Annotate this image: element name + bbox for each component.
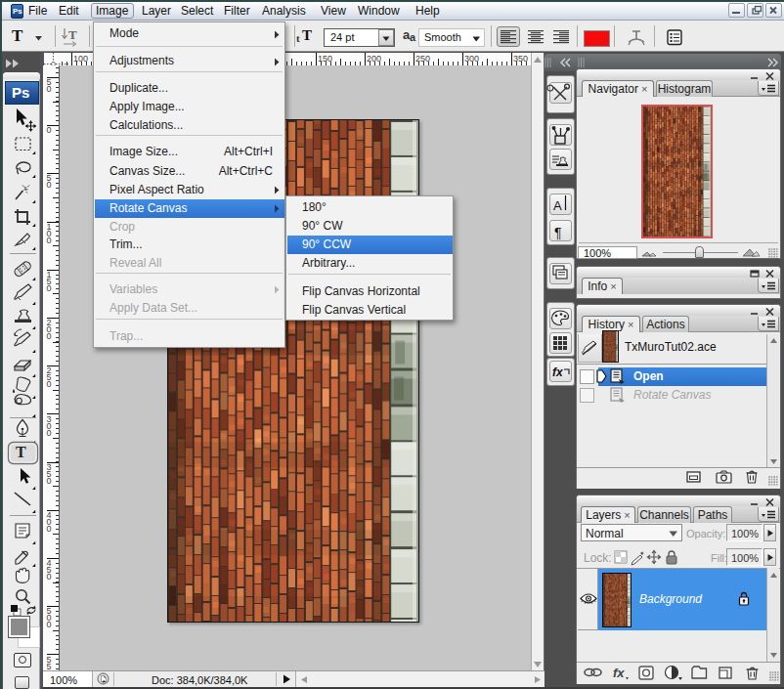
svg-text:fx: fx [613, 666, 625, 680]
